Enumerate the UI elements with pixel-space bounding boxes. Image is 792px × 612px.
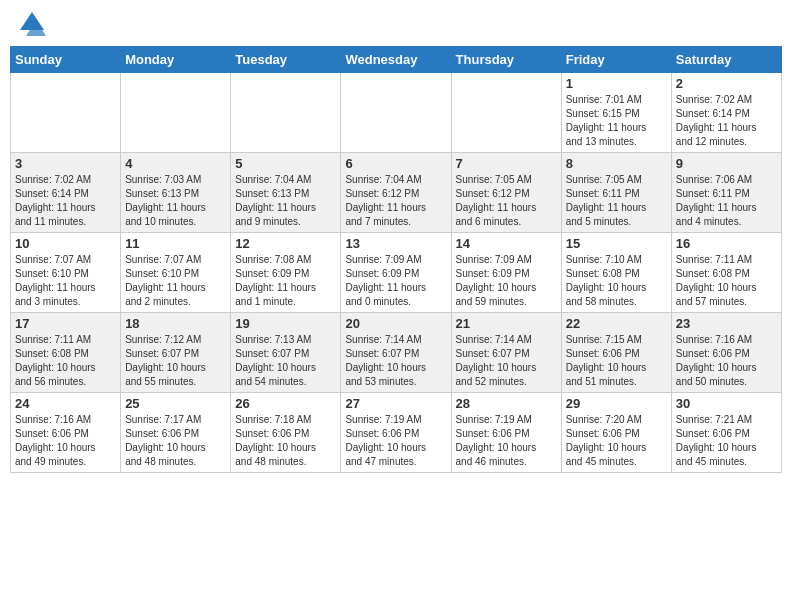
day-info: Sunrise: 7:14 AM Sunset: 6:07 PM Dayligh… bbox=[345, 333, 446, 389]
day-cell: 10Sunrise: 7:07 AM Sunset: 6:10 PM Dayli… bbox=[11, 233, 121, 313]
day-cell: 18Sunrise: 7:12 AM Sunset: 6:07 PM Dayli… bbox=[121, 313, 231, 393]
day-cell: 16Sunrise: 7:11 AM Sunset: 6:08 PM Dayli… bbox=[671, 233, 781, 313]
day-number: 25 bbox=[125, 396, 226, 411]
day-cell: 22Sunrise: 7:15 AM Sunset: 6:06 PM Dayli… bbox=[561, 313, 671, 393]
day-number: 1 bbox=[566, 76, 667, 91]
day-info: Sunrise: 7:05 AM Sunset: 6:11 PM Dayligh… bbox=[566, 173, 667, 229]
weekday-header-wednesday: Wednesday bbox=[341, 47, 451, 73]
day-cell: 14Sunrise: 7:09 AM Sunset: 6:09 PM Dayli… bbox=[451, 233, 561, 313]
day-number: 5 bbox=[235, 156, 336, 171]
day-number: 20 bbox=[345, 316, 446, 331]
day-number: 8 bbox=[566, 156, 667, 171]
day-cell: 19Sunrise: 7:13 AM Sunset: 6:07 PM Dayli… bbox=[231, 313, 341, 393]
day-cell: 8Sunrise: 7:05 AM Sunset: 6:11 PM Daylig… bbox=[561, 153, 671, 233]
day-cell: 7Sunrise: 7:05 AM Sunset: 6:12 PM Daylig… bbox=[451, 153, 561, 233]
logo bbox=[14, 10, 46, 38]
day-info: Sunrise: 7:02 AM Sunset: 6:14 PM Dayligh… bbox=[15, 173, 116, 229]
day-info: Sunrise: 7:06 AM Sunset: 6:11 PM Dayligh… bbox=[676, 173, 777, 229]
day-number: 7 bbox=[456, 156, 557, 171]
day-cell: 27Sunrise: 7:19 AM Sunset: 6:06 PM Dayli… bbox=[341, 393, 451, 473]
day-info: Sunrise: 7:15 AM Sunset: 6:06 PM Dayligh… bbox=[566, 333, 667, 389]
day-number: 15 bbox=[566, 236, 667, 251]
day-cell: 26Sunrise: 7:18 AM Sunset: 6:06 PM Dayli… bbox=[231, 393, 341, 473]
day-cell: 6Sunrise: 7:04 AM Sunset: 6:12 PM Daylig… bbox=[341, 153, 451, 233]
day-number: 3 bbox=[15, 156, 116, 171]
weekday-header-row: SundayMondayTuesdayWednesdayThursdayFrid… bbox=[11, 47, 782, 73]
day-info: Sunrise: 7:07 AM Sunset: 6:10 PM Dayligh… bbox=[125, 253, 226, 309]
day-cell bbox=[11, 73, 121, 153]
day-cell: 29Sunrise: 7:20 AM Sunset: 6:06 PM Dayli… bbox=[561, 393, 671, 473]
day-cell: 4Sunrise: 7:03 AM Sunset: 6:13 PM Daylig… bbox=[121, 153, 231, 233]
day-cell: 23Sunrise: 7:16 AM Sunset: 6:06 PM Dayli… bbox=[671, 313, 781, 393]
day-cell: 28Sunrise: 7:19 AM Sunset: 6:06 PM Dayli… bbox=[451, 393, 561, 473]
day-number: 13 bbox=[345, 236, 446, 251]
day-info: Sunrise: 7:02 AM Sunset: 6:14 PM Dayligh… bbox=[676, 93, 777, 149]
day-cell: 15Sunrise: 7:10 AM Sunset: 6:08 PM Dayli… bbox=[561, 233, 671, 313]
day-number: 14 bbox=[456, 236, 557, 251]
day-info: Sunrise: 7:10 AM Sunset: 6:08 PM Dayligh… bbox=[566, 253, 667, 309]
day-number: 30 bbox=[676, 396, 777, 411]
weekday-header-friday: Friday bbox=[561, 47, 671, 73]
day-number: 22 bbox=[566, 316, 667, 331]
day-number: 24 bbox=[15, 396, 116, 411]
day-cell: 24Sunrise: 7:16 AM Sunset: 6:06 PM Dayli… bbox=[11, 393, 121, 473]
day-info: Sunrise: 7:21 AM Sunset: 6:06 PM Dayligh… bbox=[676, 413, 777, 469]
week-row-5: 24Sunrise: 7:16 AM Sunset: 6:06 PM Dayli… bbox=[11, 393, 782, 473]
day-number: 17 bbox=[15, 316, 116, 331]
day-info: Sunrise: 7:16 AM Sunset: 6:06 PM Dayligh… bbox=[676, 333, 777, 389]
day-info: Sunrise: 7:08 AM Sunset: 6:09 PM Dayligh… bbox=[235, 253, 336, 309]
weekday-header-monday: Monday bbox=[121, 47, 231, 73]
day-info: Sunrise: 7:12 AM Sunset: 6:07 PM Dayligh… bbox=[125, 333, 226, 389]
day-info: Sunrise: 7:03 AM Sunset: 6:13 PM Dayligh… bbox=[125, 173, 226, 229]
day-cell bbox=[121, 73, 231, 153]
day-number: 9 bbox=[676, 156, 777, 171]
logo-icon bbox=[18, 10, 46, 38]
day-number: 27 bbox=[345, 396, 446, 411]
day-number: 6 bbox=[345, 156, 446, 171]
day-info: Sunrise: 7:11 AM Sunset: 6:08 PM Dayligh… bbox=[15, 333, 116, 389]
weekday-header-saturday: Saturday bbox=[671, 47, 781, 73]
day-cell bbox=[231, 73, 341, 153]
day-info: Sunrise: 7:17 AM Sunset: 6:06 PM Dayligh… bbox=[125, 413, 226, 469]
day-number: 2 bbox=[676, 76, 777, 91]
day-cell: 2Sunrise: 7:02 AM Sunset: 6:14 PM Daylig… bbox=[671, 73, 781, 153]
day-cell: 21Sunrise: 7:14 AM Sunset: 6:07 PM Dayli… bbox=[451, 313, 561, 393]
day-cell bbox=[341, 73, 451, 153]
day-number: 11 bbox=[125, 236, 226, 251]
day-info: Sunrise: 7:09 AM Sunset: 6:09 PM Dayligh… bbox=[345, 253, 446, 309]
day-info: Sunrise: 7:13 AM Sunset: 6:07 PM Dayligh… bbox=[235, 333, 336, 389]
day-number: 23 bbox=[676, 316, 777, 331]
week-row-1: 1Sunrise: 7:01 AM Sunset: 6:15 PM Daylig… bbox=[11, 73, 782, 153]
header bbox=[10, 10, 782, 38]
week-row-4: 17Sunrise: 7:11 AM Sunset: 6:08 PM Dayli… bbox=[11, 313, 782, 393]
day-number: 26 bbox=[235, 396, 336, 411]
week-row-3: 10Sunrise: 7:07 AM Sunset: 6:10 PM Dayli… bbox=[11, 233, 782, 313]
day-cell: 20Sunrise: 7:14 AM Sunset: 6:07 PM Dayli… bbox=[341, 313, 451, 393]
day-cell: 3Sunrise: 7:02 AM Sunset: 6:14 PM Daylig… bbox=[11, 153, 121, 233]
day-cell: 5Sunrise: 7:04 AM Sunset: 6:13 PM Daylig… bbox=[231, 153, 341, 233]
day-info: Sunrise: 7:05 AM Sunset: 6:12 PM Dayligh… bbox=[456, 173, 557, 229]
day-number: 10 bbox=[15, 236, 116, 251]
day-info: Sunrise: 7:07 AM Sunset: 6:10 PM Dayligh… bbox=[15, 253, 116, 309]
day-info: Sunrise: 7:11 AM Sunset: 6:08 PM Dayligh… bbox=[676, 253, 777, 309]
day-number: 28 bbox=[456, 396, 557, 411]
day-number: 16 bbox=[676, 236, 777, 251]
day-number: 12 bbox=[235, 236, 336, 251]
day-number: 18 bbox=[125, 316, 226, 331]
day-info: Sunrise: 7:14 AM Sunset: 6:07 PM Dayligh… bbox=[456, 333, 557, 389]
day-cell: 12Sunrise: 7:08 AM Sunset: 6:09 PM Dayli… bbox=[231, 233, 341, 313]
weekday-header-tuesday: Tuesday bbox=[231, 47, 341, 73]
day-cell: 30Sunrise: 7:21 AM Sunset: 6:06 PM Dayli… bbox=[671, 393, 781, 473]
day-info: Sunrise: 7:04 AM Sunset: 6:13 PM Dayligh… bbox=[235, 173, 336, 229]
day-cell: 11Sunrise: 7:07 AM Sunset: 6:10 PM Dayli… bbox=[121, 233, 231, 313]
day-cell: 25Sunrise: 7:17 AM Sunset: 6:06 PM Dayli… bbox=[121, 393, 231, 473]
day-number: 4 bbox=[125, 156, 226, 171]
calendar: SundayMondayTuesdayWednesdayThursdayFrid… bbox=[10, 46, 782, 473]
week-row-2: 3Sunrise: 7:02 AM Sunset: 6:14 PM Daylig… bbox=[11, 153, 782, 233]
day-number: 21 bbox=[456, 316, 557, 331]
weekday-header-sunday: Sunday bbox=[11, 47, 121, 73]
day-info: Sunrise: 7:19 AM Sunset: 6:06 PM Dayligh… bbox=[345, 413, 446, 469]
day-info: Sunrise: 7:19 AM Sunset: 6:06 PM Dayligh… bbox=[456, 413, 557, 469]
day-cell: 13Sunrise: 7:09 AM Sunset: 6:09 PM Dayli… bbox=[341, 233, 451, 313]
day-cell: 1Sunrise: 7:01 AM Sunset: 6:15 PM Daylig… bbox=[561, 73, 671, 153]
